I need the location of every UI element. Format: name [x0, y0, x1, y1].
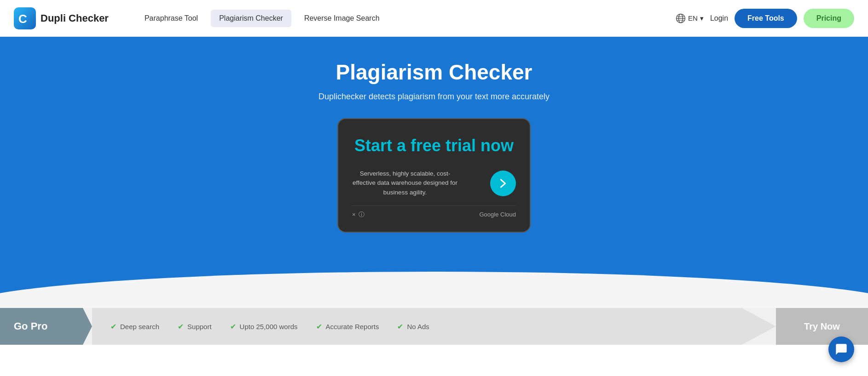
nav-plagiarism-checker[interactable]: Plagiarism Checker: [211, 10, 291, 27]
promo-item-reports: ✔ Accurate Reports: [316, 322, 379, 331]
hero-subtitle: Duplichecker detects plagiarism from you…: [9, 92, 859, 102]
lang-label: EN: [688, 14, 698, 22]
main-nav: Paraphrase Tool Plagiarism Checker Rever…: [136, 10, 676, 27]
nav-reverse-image-search[interactable]: Reverse Image Search: [296, 10, 388, 27]
logo-icon: C: [14, 7, 36, 29]
free-tools-button[interactable]: Free Tools: [735, 9, 797, 28]
globe-icon: [676, 13, 686, 23]
promo-item-deep-search: ✔ Deep search: [110, 322, 159, 331]
ad-card: Start a free trial now Serverless, highl…: [337, 118, 531, 233]
promo-item-words: ✔ Upto 25,000 words: [230, 322, 298, 331]
ad-description: Serverless, highly scalable, cost-effect…: [352, 169, 458, 197]
ad-card-bottom: Serverless, highly scalable, cost-effect…: [352, 169, 516, 197]
ad-title: Start a free trial now: [352, 136, 516, 155]
promo-try-now-button[interactable]: Try Now: [776, 308, 868, 345]
promo-item-no-ads: ✔ No Ads: [397, 322, 429, 331]
check-icon-no-ads: ✔: [397, 322, 403, 331]
ad-footer: × ⓘ Google Cloud: [352, 205, 516, 219]
check-icon-reports: ✔: [316, 322, 322, 331]
header-right: EN ▾ Login Free Tools Pricing: [676, 9, 854, 28]
header: C Dupli Checker Paraphrase Tool Plagiari…: [0, 0, 868, 37]
svg-text:C: C: [18, 12, 27, 26]
ad-close-area[interactable]: × ⓘ: [352, 211, 365, 219]
ad-close-icon[interactable]: ×: [352, 211, 356, 218]
hero-title: Plagiarism Checker: [9, 60, 859, 85]
ad-info-icon[interactable]: ⓘ: [359, 211, 365, 219]
nav-paraphrase-tool[interactable]: Paraphrase Tool: [136, 10, 206, 27]
chat-icon: [835, 343, 848, 345]
promo-item-support: ✔ Support: [178, 322, 212, 331]
check-icon-words: ✔: [230, 322, 236, 331]
promo-label-support: Support: [187, 323, 212, 330]
promo-label-words: Upto 25,000 words: [240, 323, 298, 330]
promo-label-deep-search: Deep search: [120, 323, 159, 330]
promo-label-reports: Accurate Reports: [326, 323, 379, 330]
language-selector[interactable]: EN ▾: [676, 13, 704, 23]
check-icon-support: ✔: [178, 322, 184, 331]
promo-items: ✔ Deep search ✔ Support ✔ Upto 25,000 wo…: [92, 308, 776, 345]
promo-bar: Go Pro ✔ Deep search ✔ Support ✔ Upto 25…: [0, 308, 868, 345]
ad-brand: Google Cloud: [480, 211, 516, 218]
logo-text: Dupli Checker: [41, 12, 109, 24]
promo-label-no-ads: No Ads: [407, 323, 429, 330]
promo-go-pro: Go Pro: [0, 308, 92, 345]
arrow-right-icon: [497, 177, 509, 190]
check-icon-deep-search: ✔: [110, 322, 116, 331]
login-link[interactable]: Login: [710, 14, 728, 23]
ad-arrow-button[interactable]: [490, 171, 516, 196]
lang-chevron-icon: ▾: [700, 14, 704, 23]
hero-section: Plagiarism Checker Duplichecker detects …: [0, 37, 868, 308]
logo[interactable]: C Dupli Checker: [14, 7, 109, 29]
pricing-button[interactable]: Pricing: [804, 9, 854, 28]
